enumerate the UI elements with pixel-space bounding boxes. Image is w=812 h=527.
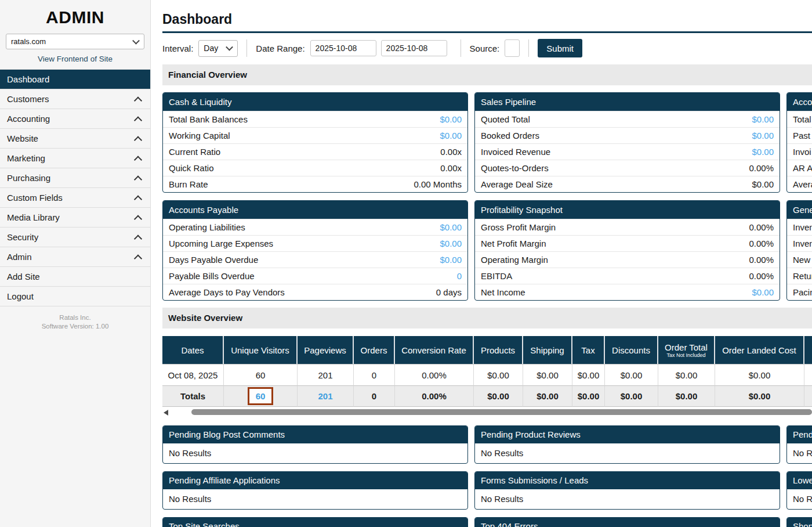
metric-label: Inven xyxy=(793,238,812,249)
sidebar-item-security[interactable]: Security xyxy=(0,228,150,247)
date-range-label: Date Range: xyxy=(256,44,304,53)
widget-title: Top Site Searches xyxy=(163,518,467,527)
metric-label: New xyxy=(793,254,810,265)
card-title: Cash & Liquidity xyxy=(163,93,467,111)
card-sales-pipeline: Sales Pipeline Quoted Total$0.00 Booked … xyxy=(474,92,780,193)
cell-tax: $0.00 xyxy=(572,364,605,385)
sidebar-item-accounting[interactable]: Accounting xyxy=(0,109,150,129)
sidebar-item-media-library[interactable]: Media Library xyxy=(0,208,150,228)
sidebar-item-admin[interactable]: Admin xyxy=(0,247,150,267)
divider xyxy=(246,39,247,57)
totals-shipping: $0.00 xyxy=(523,385,572,407)
cell-orders: 0 xyxy=(354,364,395,385)
divider xyxy=(461,39,461,57)
sidebar-item-add-site[interactable]: Add Site xyxy=(0,267,150,287)
widget-body: No Results xyxy=(787,443,812,463)
metric-label: Upcoming Large Expenses xyxy=(169,238,273,249)
metric-value-link[interactable]: $0.00 xyxy=(440,254,462,265)
metric-label: Working Capital xyxy=(169,130,230,141)
metric-value: 0.00% xyxy=(749,163,774,174)
col-clipped xyxy=(804,336,812,364)
metric-label: Total xyxy=(793,114,811,125)
col-order-total-subtext: Tax Not Included xyxy=(661,352,712,358)
cell-shipping: $0.00 xyxy=(523,364,572,385)
widget-title: Top 404 Errors xyxy=(475,518,780,527)
date-to-input[interactable] xyxy=(381,40,447,56)
focus-outline: 60 xyxy=(248,387,274,405)
cell-pageviews: 201 xyxy=(298,364,354,385)
metric-value-link[interactable]: $0.00 xyxy=(752,114,774,125)
metric-value-link[interactable]: $0.00 xyxy=(752,287,774,298)
sidebar-nav: Dashboard Customers Accounting Website M… xyxy=(0,69,150,306)
site-select[interactable]: ratals.com xyxy=(6,34,144,49)
metric-value-link[interactable]: $0.00 xyxy=(440,114,462,125)
sidebar-item-customers[interactable]: Customers xyxy=(0,89,150,109)
company-name: Ratals Inc. xyxy=(0,313,150,322)
totals-unique-visitors: 60 xyxy=(224,385,298,407)
metric-label: Retur xyxy=(793,270,812,281)
metric-label: Burn Rate xyxy=(169,179,208,190)
metric-label: Net Income xyxy=(481,287,525,298)
metric-value-link[interactable]: $0.00 xyxy=(752,146,774,157)
chevron-up-icon xyxy=(134,175,142,183)
chevron-up-icon xyxy=(134,136,142,144)
submit-button[interactable]: Submit xyxy=(538,39,582,57)
widget-pending-clipped: Pend No Results xyxy=(786,425,812,464)
col-conversion-rate: Conversion Rate xyxy=(395,336,474,364)
sidebar-item-purchasing[interactable]: Purchasing xyxy=(0,168,150,188)
metric-label: Gross Profit Margin xyxy=(481,222,556,233)
card-title: Gene xyxy=(787,201,812,219)
financial-cards-row-2: Accounts Payable Operating Liabilities$0… xyxy=(162,200,812,301)
sidebar-item-custom-fields[interactable]: Custom Fields xyxy=(0,188,150,208)
metric-label: Net Profit Margin xyxy=(481,238,546,249)
scrollbar-left-arrow-icon[interactable] xyxy=(164,410,168,416)
sidebar-item-dashboard[interactable]: Dashboard xyxy=(0,70,150,89)
source-input[interactable] xyxy=(505,39,520,57)
totals-pageviews-link[interactable]: 201 xyxy=(318,391,332,401)
col-dates: Dates xyxy=(162,336,224,364)
financial-cards-row-1: Cash & Liquidity Total Bank Balances$0.0… xyxy=(162,92,812,193)
scrollbar-thumb[interactable] xyxy=(191,409,812,415)
widget-title: Shop xyxy=(787,518,812,527)
software-version: Software Version: 1.00 xyxy=(0,322,150,331)
metric-label: Days Payable Overdue xyxy=(169,254,258,265)
widget-title: Pending Blog Post Comments xyxy=(163,426,467,443)
widget-title: Pending Product Reviews xyxy=(475,426,780,443)
widget-body: No Results xyxy=(787,489,812,509)
card-cash-liquidity: Cash & Liquidity Total Bank Balances$0.0… xyxy=(162,92,468,193)
widget-body: No Results xyxy=(475,443,780,463)
metric-label: Operating Liabilities xyxy=(169,222,245,233)
card-title: Acco xyxy=(787,93,812,111)
date-from-input[interactable] xyxy=(310,40,376,56)
metric-value: 0.00 Months xyxy=(414,179,462,190)
metric-label: Booked Orders xyxy=(481,130,539,141)
metric-value: 0 days xyxy=(436,287,462,298)
cell-discounts: $0.00 xyxy=(605,364,658,385)
metric-label: Operating Margin xyxy=(481,254,548,265)
table-row: Oct 08, 2025 60 201 0 0.00% $0.00 $0.00 … xyxy=(162,364,812,385)
sidebar-item-logout[interactable]: Logout xyxy=(0,287,150,306)
totals-label: Totals xyxy=(162,385,224,407)
col-shipping: Shipping xyxy=(523,336,572,364)
interval-select[interactable]: Day xyxy=(198,40,238,57)
sidebar-item-marketing[interactable]: Marketing xyxy=(0,149,150,168)
metric-label: Payable Bills Overdue xyxy=(169,270,255,281)
sidebar-item-website[interactable]: Website xyxy=(0,129,150,149)
metric-label: Quick Ratio xyxy=(169,163,214,174)
metric-value-link[interactable]: 0 xyxy=(457,270,462,281)
chevron-up-icon xyxy=(134,254,142,262)
totals-conversion-rate: 0.00% xyxy=(395,385,474,407)
totals-unique-visitors-link[interactable]: 60 xyxy=(256,391,266,401)
widget-title: Pend xyxy=(787,426,812,443)
metric-value-link[interactable]: $0.00 xyxy=(752,130,774,141)
metric-value-link[interactable]: $0.00 xyxy=(440,222,462,233)
metric-value-link[interactable]: $0.00 xyxy=(440,130,462,141)
cell-clipped xyxy=(804,364,812,385)
widget-title: Lowe xyxy=(787,472,812,489)
view-frontend-link[interactable]: View Frontend of Site xyxy=(0,55,150,63)
metric-value: 0.00% xyxy=(749,254,774,265)
metric-value-link[interactable]: $0.00 xyxy=(440,238,462,249)
col-unique-visitors: Unique Visitors xyxy=(224,336,298,364)
widget-pending-affiliate-applications: Pending Affiliate Applications No Result… xyxy=(162,471,468,510)
metric-value: 0.00% xyxy=(749,222,774,233)
